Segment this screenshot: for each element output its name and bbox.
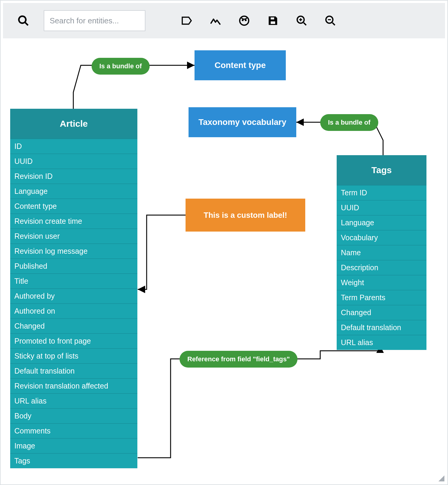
- edge-label-text: Is a bundle of: [328, 119, 370, 126]
- entity-article-field-row[interactable]: Sticky at top of lists: [10, 348, 137, 363]
- entity-tags-field-row[interactable]: Term Parents: [337, 290, 426, 305]
- label-icon[interactable]: [178, 12, 195, 29]
- entity-tags-field-row[interactable]: Language: [337, 215, 426, 230]
- entity-article-field-row[interactable]: Default translation: [10, 363, 137, 378]
- entity-tags-header[interactable]: Tags: [337, 155, 426, 185]
- entity-article-field-row[interactable]: Tags: [10, 453, 137, 468]
- svg-line-10: [332, 23, 335, 25]
- svg-rect-3: [271, 17, 274, 19]
- edge-label-text: Is a bundle of: [99, 62, 142, 70]
- entity-article-field-row[interactable]: Promoted to front page: [10, 333, 137, 348]
- search-input[interactable]: [44, 10, 145, 31]
- entity-article-field-row[interactable]: URL alias: [10, 393, 137, 408]
- entity-article-field-row[interactable]: Authored by: [10, 288, 137, 303]
- entity-tags-field-row[interactable]: Weight: [337, 275, 426, 290]
- block-content-type-label: Content type: [215, 61, 266, 70]
- svg-rect-4: [271, 21, 276, 24]
- svg-line-6: [304, 23, 306, 25]
- timeline-icon[interactable]: [207, 12, 224, 29]
- entity-article-field-row[interactable]: Published: [10, 259, 137, 274]
- entity-article-field-row[interactable]: Changed: [10, 318, 137, 333]
- entity-article-field-row[interactable]: Revision create time: [10, 214, 137, 229]
- zoom-in-icon[interactable]: [293, 12, 310, 29]
- entity-article-field-row[interactable]: Title: [10, 274, 137, 288]
- entity-article-header[interactable]: Article: [10, 109, 137, 139]
- entity-article-field-row[interactable]: ID: [10, 139, 137, 154]
- edge-label-bundle-article[interactable]: Is a bundle of: [92, 58, 150, 75]
- entity-tags[interactable]: Tags Term IDUUIDLanguageVocabularyNameDe…: [337, 155, 426, 350]
- annotation-custom-label[interactable]: This is a custom label!: [186, 199, 305, 232]
- entity-article-field-row[interactable]: Content type: [10, 199, 137, 214]
- block-content-type[interactable]: Content type: [195, 50, 286, 80]
- toolbar: [3, 3, 445, 38]
- edge-label-text: Reference from field "field_tags": [187, 355, 290, 363]
- resize-handle[interactable]: [438, 475, 444, 481]
- svg-point-0: [240, 16, 249, 25]
- entity-article-field-row[interactable]: Revision translation affected: [10, 378, 137, 393]
- search-icon[interactable]: [15, 12, 32, 29]
- svg-point-1: [242, 19, 244, 21]
- block-taxonomy-vocab-label: Taxonomy vocabulary: [198, 117, 286, 127]
- save-icon[interactable]: [265, 12, 281, 29]
- edge-label-bundle-tags[interactable]: Is a bundle of: [320, 114, 378, 131]
- entity-tags-field-row[interactable]: Changed: [337, 305, 426, 320]
- zoom-out-icon[interactable]: [322, 12, 339, 29]
- diagram-canvas[interactable]: Article IDUUIDRevision IDLanguageContent…: [3, 38, 445, 482]
- face-icon[interactable]: [236, 12, 253, 29]
- entity-article-field-row[interactable]: Body: [10, 408, 137, 423]
- entity-article[interactable]: Article IDUUIDRevision IDLanguageContent…: [10, 109, 137, 468]
- entity-tags-field-row[interactable]: Default translation: [337, 320, 426, 335]
- entity-tags-field-row[interactable]: Vocabulary: [337, 230, 426, 245]
- annotation-text: This is a custom label!: [204, 211, 287, 220]
- entity-article-field-row[interactable]: Revision log message: [10, 244, 137, 259]
- entity-tags-field-row[interactable]: UUID: [337, 200, 426, 215]
- entity-article-field-row[interactable]: Revision user: [10, 229, 137, 244]
- edge-label-ref-field-tags[interactable]: Reference from field "field_tags": [180, 351, 297, 368]
- entity-article-field-row[interactable]: Comments: [10, 423, 137, 438]
- entity-tags-field-row[interactable]: Name: [337, 245, 426, 260]
- block-taxonomy-vocab[interactable]: Taxonomy vocabulary: [189, 107, 296, 137]
- entity-tags-field-row[interactable]: Term ID: [337, 185, 426, 200]
- entity-tags-field-row[interactable]: URL alias: [337, 335, 426, 350]
- entity-tags-field-row[interactable]: Description: [337, 260, 426, 275]
- entity-article-field-row[interactable]: Revision ID: [10, 169, 137, 184]
- entity-article-field-row[interactable]: Language: [10, 184, 137, 199]
- search-wrap: [44, 10, 145, 31]
- app-frame: Article IDUUIDRevision IDLanguageContent…: [0, 0, 448, 485]
- entity-article-field-row[interactable]: UUID: [10, 154, 137, 169]
- svg-point-2: [245, 19, 247, 21]
- entity-article-field-row[interactable]: Authored on: [10, 303, 137, 318]
- entity-article-field-row[interactable]: Image: [10, 438, 137, 453]
